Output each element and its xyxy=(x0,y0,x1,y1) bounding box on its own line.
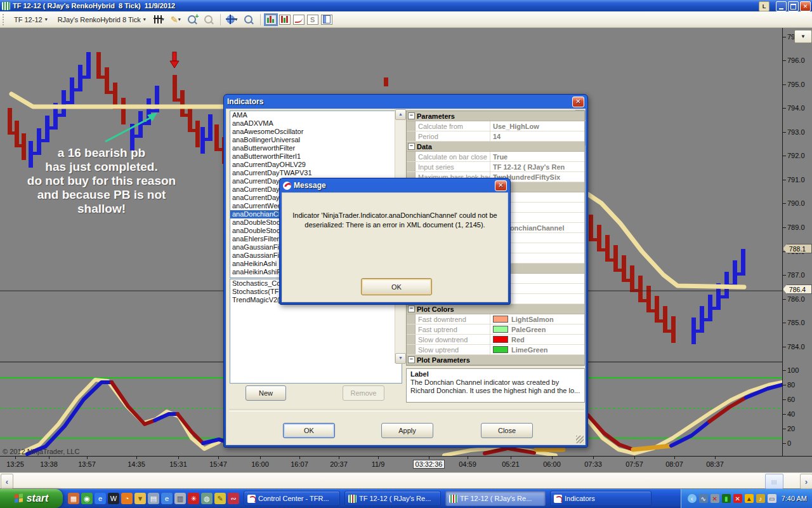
network-activity-icon[interactable]: ∿ xyxy=(699,494,708,503)
strategies-button[interactable]: S xyxy=(307,15,318,25)
property-row: Slow uptrendLimeGreen xyxy=(407,345,584,355)
quick-launch-icon-8[interactable]: e xyxy=(161,493,173,504)
scroll-right-button[interactable]: › xyxy=(800,474,812,489)
error-message-text: Indicator 'NinjaTrader.Indicator.anaDonc… xyxy=(287,211,502,230)
property-category[interactable]: −Data xyxy=(407,142,584,152)
security-alert-icon[interactable]: ✕ xyxy=(733,494,742,503)
price-tick-label: 791.0 xyxy=(787,176,805,184)
hide-icons-chevron-icon[interactable]: ‹ xyxy=(688,494,697,503)
quick-launch-icon-3[interactable]: e xyxy=(95,493,106,504)
scrollbar-thumb[interactable]: ||| xyxy=(765,474,783,489)
task-button-area: Control Center - TFR...TF 12-12 ( RJay's… xyxy=(239,491,652,506)
quick-launch-icon-6[interactable]: ▼ xyxy=(134,493,146,504)
chart-style-button[interactable] xyxy=(293,15,304,25)
collapse-icon[interactable]: − xyxy=(408,305,415,312)
quick-launch-icon-1[interactable]: ▦ xyxy=(68,493,79,504)
price-tick-label: 786.0 xyxy=(787,295,805,303)
message-dialog: Message ✕ Indicator 'NinjaTrader.Indicat… xyxy=(279,178,511,305)
indicator-list-item[interactable]: anaAwesomeOscillator xyxy=(230,128,402,136)
scroll-left-button[interactable]: ‹ xyxy=(1,474,13,489)
horizontal-scrollbar[interactable]: ‹ ||| › xyxy=(0,472,812,488)
indicator-list-item[interactable]: AMA xyxy=(230,111,402,119)
category-label: Plot Parameters xyxy=(417,356,470,364)
quick-launch-icon-7[interactable]: ▤ xyxy=(148,493,159,504)
toolbar-grip[interactable] xyxy=(3,14,6,25)
scroll-down-icon[interactable]: ▼ xyxy=(395,353,406,364)
taskbar-button[interactable]: Control Center - TFR... xyxy=(244,491,340,506)
property-label: Fast downtrend xyxy=(416,314,490,324)
property-row: Input seriesTF 12-12 ( RJay's Ren xyxy=(407,162,584,172)
property-label: Input series xyxy=(416,162,490,171)
series-dropdown[interactable]: RJay's RenkoHybrid 8 Tick ▾ xyxy=(54,14,150,25)
close-button[interactable]: Close xyxy=(481,423,533,438)
collapse-icon[interactable]: − xyxy=(408,112,415,119)
close-icon[interactable]: ✕ xyxy=(572,97,584,107)
zoom-out-button[interactable] xyxy=(202,13,216,26)
property-category[interactable]: −Plot Parameters xyxy=(407,355,584,365)
instrument-dropdown[interactable]: TF 12-12 ▾ xyxy=(10,14,51,25)
zoom-in-button[interactable]: + xyxy=(185,13,199,26)
link-button[interactable]: L xyxy=(759,1,769,11)
display-icon[interactable]: ▭ xyxy=(768,494,776,503)
quick-launch-icon-2[interactable]: ◉ xyxy=(81,493,93,504)
indicator-list-item[interactable]: anaCurrentDayOHLV29 xyxy=(230,161,402,169)
property-category[interactable]: −Plot Colors xyxy=(407,304,584,314)
quick-launch-icon-13[interactable]: ∾ xyxy=(228,493,239,504)
minimize-button[interactable] xyxy=(776,1,787,11)
taskbar-button[interactable]: Indicators xyxy=(550,491,652,506)
restore-button[interactable] xyxy=(788,1,799,11)
indicator-list-item[interactable]: anaButterworthFilter xyxy=(230,144,402,152)
osc-tick-label: 100 xyxy=(787,366,799,374)
property-label: Calculate on bar close xyxy=(416,152,490,161)
collapse-icon[interactable]: − xyxy=(408,356,415,363)
signal-strength-icon[interactable]: ▮ xyxy=(722,494,731,503)
new-button[interactable]: New xyxy=(246,385,286,401)
magnifier-icon xyxy=(244,15,252,23)
quick-launch-icon-10[interactable]: ✳ xyxy=(188,493,199,504)
property-value: Use_HighLow xyxy=(490,121,584,131)
quick-launch-icon-5[interactable]: ◔ xyxy=(121,493,133,504)
properties-button[interactable] xyxy=(321,15,332,25)
quick-launch-icon-11[interactable]: ◍ xyxy=(201,493,213,504)
property-label: Slow downtrend xyxy=(416,335,490,344)
collapse-icon[interactable]: − xyxy=(408,143,415,150)
bars-type-button[interactable] xyxy=(279,15,291,25)
apply-button[interactable]: Apply xyxy=(381,423,433,438)
audio-icon[interactable]: ♪ xyxy=(756,494,765,503)
chart-annotation: a 16 bearish pbhas just completed.do not… xyxy=(6,146,197,216)
ok-button[interactable]: OK xyxy=(283,423,335,438)
scroll-up-icon[interactable]: ▲ xyxy=(395,109,406,120)
warning-icon[interactable]: ▲ xyxy=(745,494,754,503)
resize-grip[interactable] xyxy=(576,436,584,443)
close-icon[interactable]: ✕ xyxy=(495,180,507,191)
message-dialog-title-bar[interactable]: Message ✕ xyxy=(282,178,508,192)
draw-button[interactable]: ✎▾ xyxy=(169,13,183,26)
reload-data-button[interactable]: ▾ xyxy=(225,13,239,26)
property-category[interactable]: −Parameters xyxy=(407,111,584,121)
ok-button[interactable]: OK xyxy=(361,278,432,295)
indicator-list-item[interactable]: anaCurrentDayTWAPV31 xyxy=(230,169,402,177)
quick-launch-icon-12[interactable]: ✎ xyxy=(214,493,226,504)
intervals-button[interactable]: ▾ xyxy=(152,13,166,26)
taskbar-button[interactable]: TF 12-12 ( RJay's Re... xyxy=(344,491,441,506)
ninjatrader-icon xyxy=(247,495,256,503)
property-value: LightSalmon xyxy=(490,314,584,324)
property-value: True xyxy=(490,152,584,161)
start-button[interactable]: start xyxy=(0,489,63,508)
indicators-dialog-title-bar[interactable]: Indicators ✕ xyxy=(226,95,586,109)
remove-button[interactable]: Remove xyxy=(343,385,384,401)
time-axis-line xyxy=(0,456,812,457)
indicator-list-item[interactable]: anaButterworthFilterI1 xyxy=(230,152,402,161)
chart-panel-button[interactable] xyxy=(265,15,277,25)
quick-launch-icon-4[interactable]: W xyxy=(108,493,119,504)
indicator-list-item[interactable]: anaBollingerUniversal xyxy=(230,136,402,144)
taskbar-button[interactable]: TF 12-12 ( RJay's Re... xyxy=(445,491,546,506)
indicator-list-item[interactable]: anaADXVMA xyxy=(230,119,402,128)
network-disconnected-icon[interactable]: ✕ xyxy=(710,494,719,503)
time-tick-label: 15:47 xyxy=(196,460,240,468)
data-box-button[interactable] xyxy=(242,13,256,26)
quick-launch-icon-9[interactable]: ▥ xyxy=(174,493,186,504)
price-axis-menu-button[interactable]: ▼ xyxy=(794,30,812,43)
close-button[interactable]: ✕ xyxy=(800,1,811,11)
window-title-bar[interactable]: TF 12-12 ( RJay's RenkoHybrid 8 Tick) 11… xyxy=(0,0,812,11)
